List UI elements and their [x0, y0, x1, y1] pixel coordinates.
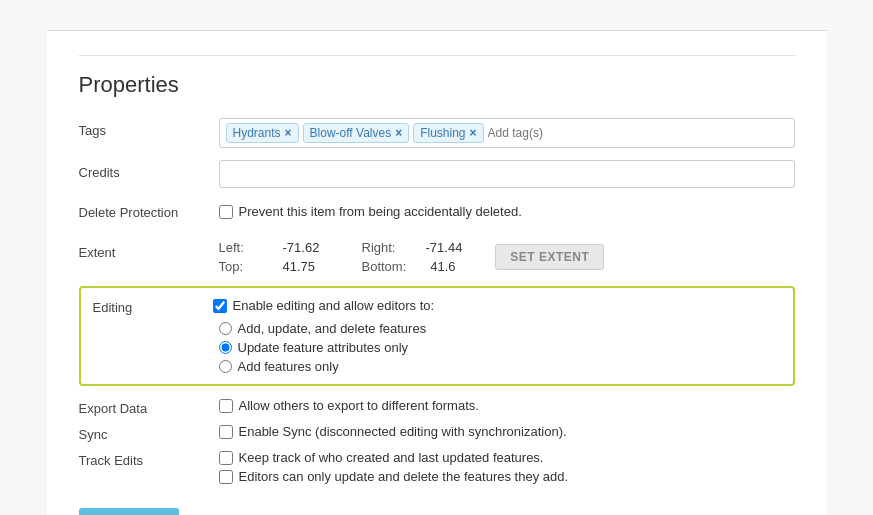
editing-inner: Editing Enable editing and allow editors…: [93, 298, 781, 374]
sync-row: Sync Enable Sync (disconnected editing w…: [79, 424, 795, 442]
track-edits-text2: Editors can only update and delete the f…: [239, 469, 569, 484]
editing-options: Enable editing and allow editors to: Add…: [213, 298, 435, 374]
editing-enable-checkbox[interactable]: [213, 299, 227, 313]
tag-hydrants-remove[interactable]: ×: [285, 126, 292, 140]
credits-row: Credits: [79, 160, 795, 188]
properties-panel: Properties Tags Hydrants × Blow-off Valv…: [47, 30, 827, 515]
tag-flushing: Flushing ×: [413, 123, 483, 143]
export-data-label: Export Data: [79, 398, 219, 416]
tags-container[interactable]: Hydrants × Blow-off Valves × Flushing ×: [219, 118, 795, 148]
credits-label: Credits: [79, 160, 219, 180]
radio-update-attributes-input[interactable]: [219, 341, 232, 354]
delete-protection-field: Prevent this item from being accidentall…: [219, 200, 795, 219]
right-key: Right:: [362, 240, 402, 255]
tags-label: Tags: [79, 118, 219, 138]
actions-bar: 💾 SAVE CANCEL: [79, 508, 795, 515]
tag-blow-off-valves: Blow-off Valves ×: [303, 123, 410, 143]
export-data-content: Allow others to export to different form…: [219, 398, 795, 413]
tag-blow-off-valves-label: Blow-off Valves: [310, 126, 392, 140]
export-data-row: Export Data Allow others to export to di…: [79, 398, 795, 416]
track-edits-content: Keep track of who created and last updat…: [219, 450, 795, 484]
delete-protection-checkbox-label[interactable]: Prevent this item from being accidentall…: [219, 200, 795, 219]
sync-checkbox-label[interactable]: Enable Sync (disconnected editing with s…: [219, 424, 795, 439]
tag-flushing-remove[interactable]: ×: [470, 126, 477, 140]
sync-checkbox[interactable]: [219, 425, 233, 439]
track-edits-checkbox1-label[interactable]: Keep track of who created and last updat…: [219, 450, 795, 465]
extent-with-btn: Left: -71.62 Right: -71.44 Top: 41.75 Bo…: [219, 240, 795, 274]
tag-hydrants: Hydrants ×: [226, 123, 299, 143]
track-edits-text1: Keep track of who created and last updat…: [239, 450, 544, 465]
top-val: 41.75: [283, 259, 338, 274]
delete-protection-row: Delete Protection Prevent this item from…: [79, 200, 795, 228]
extent-line-1: Left: -71.62 Right: -71.44: [219, 240, 486, 255]
bottom-key: Bottom:: [362, 259, 407, 274]
credits-input[interactable]: [219, 160, 795, 188]
export-data-checkbox-label[interactable]: Allow others to export to different form…: [219, 398, 795, 413]
radio-add-update-delete-label: Add, update, and delete features: [238, 321, 427, 336]
left-key: Left:: [219, 240, 259, 255]
radio-add-features[interactable]: Add features only: [213, 359, 435, 374]
tags-field: Hydrants × Blow-off Valves × Flushing ×: [219, 118, 795, 148]
export-data-text: Allow others to export to different form…: [239, 398, 479, 413]
radio-add-update-delete-input[interactable]: [219, 322, 232, 335]
track-edits-checkbox2-label[interactable]: Editors can only update and delete the f…: [219, 469, 795, 484]
extent-field: Left: -71.62 Right: -71.44 Top: 41.75 Bo…: [219, 240, 795, 274]
right-val: -71.44: [426, 240, 481, 255]
track-edits-label: Track Edits: [79, 450, 219, 468]
tags-row: Tags Hydrants × Blow-off Valves × Flushi…: [79, 118, 795, 148]
top-key: Top:: [219, 259, 259, 274]
delete-protection-text: Prevent this item from being accidentall…: [239, 204, 522, 219]
bottom-val: 41.6: [430, 259, 485, 274]
export-data-checkbox[interactable]: [219, 399, 233, 413]
editing-enable-label[interactable]: Enable editing and allow editors to:: [213, 298, 435, 313]
tag-blow-off-valves-remove[interactable]: ×: [395, 126, 402, 140]
radio-add-features-input[interactable]: [219, 360, 232, 373]
left-val: -71.62: [283, 240, 338, 255]
editing-enable-text: Enable editing and allow editors to:: [233, 298, 435, 313]
extent-row: Extent Left: -71.62 Right: -71.44 Top: 4…: [79, 240, 795, 274]
sync-text: Enable Sync (disconnected editing with s…: [239, 424, 567, 439]
extent-line-2: Top: 41.75 Bottom: 41.6: [219, 259, 486, 274]
delete-protection-label: Delete Protection: [79, 200, 219, 220]
set-extent-button[interactable]: SET EXTENT: [495, 244, 604, 270]
save-button[interactable]: 💾 SAVE: [79, 508, 180, 515]
page-title: Properties: [79, 72, 795, 98]
editing-section: Editing Enable editing and allow editors…: [79, 286, 795, 386]
track-edits-checkbox1[interactable]: [219, 451, 233, 465]
extent-label: Extent: [79, 240, 219, 260]
top-divider: [79, 55, 795, 56]
sync-label: Sync: [79, 424, 219, 442]
editing-label: Editing: [93, 298, 213, 315]
tag-input[interactable]: [488, 126, 788, 140]
tag-flushing-label: Flushing: [420, 126, 465, 140]
credits-field: [219, 160, 795, 188]
radio-update-attributes[interactable]: Update feature attributes only: [213, 340, 435, 355]
track-edits-checkbox2[interactable]: [219, 470, 233, 484]
extent-data: Left: -71.62 Right: -71.44 Top: 41.75 Bo…: [219, 240, 486, 274]
delete-protection-checkbox[interactable]: [219, 205, 233, 219]
sync-content: Enable Sync (disconnected editing with s…: [219, 424, 795, 439]
tag-hydrants-label: Hydrants: [233, 126, 281, 140]
radio-update-attributes-label: Update feature attributes only: [238, 340, 409, 355]
track-edits-row: Track Edits Keep track of who created an…: [79, 450, 795, 484]
radio-add-update-delete[interactable]: Add, update, and delete features: [213, 321, 435, 336]
radio-add-features-label: Add features only: [238, 359, 339, 374]
